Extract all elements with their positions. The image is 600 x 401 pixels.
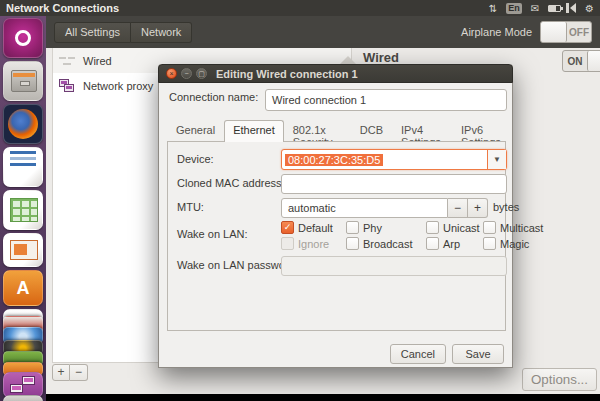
wired-network-icon [59, 55, 75, 67]
toggle-knob [587, 51, 600, 71]
device-value-selected: 08:00:27:3C:35:D5 [285, 154, 383, 166]
mtu-decrement-button[interactable]: − [448, 198, 468, 218]
minimize-icon[interactable]: − [181, 68, 192, 79]
toggle-state: OFF [567, 22, 591, 42]
network-traffic-icon[interactable]: ⇅ [489, 3, 497, 14]
checkbox-icon [483, 221, 496, 234]
connection-name-input[interactable]: Wired connection 1 [265, 89, 507, 111]
session-gear-icon[interactable]: ⚙ [585, 3, 594, 14]
all-settings-button[interactable]: All Settings [54, 22, 131, 43]
toggle-state: ON [563, 51, 587, 71]
add-connection-button[interactable]: + [52, 364, 70, 381]
battery-icon[interactable] [548, 5, 561, 12]
trash-icon[interactable] [3, 395, 43, 401]
volume-icon[interactable] [570, 3, 576, 13]
checkbox-broadcast[interactable]: Broadcast [346, 237, 413, 250]
options-button[interactable]: Options... [522, 368, 597, 391]
keyboard-layout-indicator[interactable]: En [506, 3, 522, 14]
tab-dcb[interactable]: DCB [351, 120, 392, 142]
file-drawer [11, 70, 37, 92]
maximize-icon[interactable]: ▢ [196, 68, 207, 79]
software-center-icon[interactable]: A [3, 270, 43, 306]
tab-ethernet[interactable]: Ethernet [224, 120, 284, 142]
libreoffice-writer-icon[interactable] [3, 147, 43, 187]
mtu-increment-button[interactable]: + [468, 198, 488, 218]
checkbox-icon [426, 237, 439, 250]
checkbox-icon [346, 237, 359, 250]
cancel-button[interactable]: Cancel [390, 344, 446, 364]
dialog-tabs: General Ethernet 802.1x Security DCB IPv… [167, 120, 512, 142]
list-toolbar: + − [52, 364, 88, 381]
checkbox-icon [426, 221, 439, 234]
mtu-spinbutton: automatic − + [281, 198, 488, 218]
dialog-titlebar[interactable]: × − ▢ Editing Wired connection 1 [158, 64, 513, 83]
checkbox-icon [346, 221, 359, 234]
window-toolbar: All Settings Network Airplane Mode OFF [46, 16, 600, 48]
checkbox-icon [483, 237, 496, 250]
checkbox-default[interactable]: ✓Default [281, 221, 333, 234]
network-button[interactable]: Network [131, 22, 192, 43]
proxy-icon [59, 79, 75, 93]
mtu-input[interactable]: automatic [281, 198, 448, 218]
tab-ipv6-settings[interactable]: IPv6 Settings [452, 120, 512, 142]
tab-8021x-security[interactable]: 802.1x Security [284, 120, 351, 142]
cloned-mac-label: Cloned MAC address: [177, 177, 285, 189]
connection-name-label: Connection name: [169, 91, 258, 103]
top-menubar: Network Connections ⇅ En ✉ ⚙ [0, 0, 600, 16]
checkbox-icon: ✓ [281, 221, 294, 234]
ubuntu-ring [15, 30, 31, 46]
airplane-mode-toggle[interactable]: OFF [540, 21, 592, 43]
airplane-mode-label: Airplane Mode [461, 26, 532, 38]
window-title: Network Connections [6, 2, 119, 14]
chevron-down-icon[interactable]: ▼ [487, 150, 506, 169]
desktop: Network Connections ⇅ En ✉ ⚙ A a [0, 0, 600, 401]
unity-launcher: A a [0, 16, 46, 401]
cloned-mac-input[interactable] [281, 174, 507, 194]
libreoffice-calc-icon[interactable] [3, 190, 43, 230]
tab-general[interactable]: General [167, 120, 224, 142]
breadcrumb: All Settings Network [54, 22, 192, 43]
checkbox-ignore[interactable]: Ignore [281, 237, 329, 250]
checkbox-icon [281, 237, 294, 250]
mtu-unit-label: bytes [493, 201, 519, 213]
tab-ipv4-settings[interactable]: IPv4 Settings [392, 120, 452, 142]
save-button[interactable]: Save [452, 344, 504, 364]
checkbox-unicast[interactable]: Unicast [426, 221, 480, 234]
wol-password-input[interactable] [281, 256, 507, 276]
edit-connection-dialog: × − ▢ Editing Wired connection 1 Connect… [158, 64, 513, 368]
wired-on-toggle[interactable]: ON [562, 50, 600, 72]
firefox-icon[interactable] [3, 104, 43, 144]
checkbox-magic[interactable]: Magic [483, 237, 529, 250]
wake-on-lan-label: Wake on LAN: [177, 228, 248, 240]
checkbox-arp[interactable]: Arp [426, 237, 460, 250]
close-icon[interactable]: × [166, 68, 177, 79]
remove-connection-button[interactable]: − [70, 364, 88, 381]
files-icon[interactable] [3, 61, 43, 101]
dialog-title: Editing Wired connection 1 [216, 68, 358, 80]
checkbox-multicast[interactable]: Multicast [483, 221, 543, 234]
libreoffice-impress-icon[interactable] [3, 233, 43, 267]
toggle-knob [541, 22, 567, 42]
mtu-label: MTU: [177, 201, 204, 213]
device-label: Device: [177, 153, 214, 165]
panel-title: Wired [363, 50, 399, 65]
ubuntu-logo-icon[interactable] [3, 18, 43, 58]
mail-icon[interactable]: ✉ [531, 3, 539, 14]
device-combobox[interactable]: 08:00:27:3C:35:D5 ▼ [281, 149, 507, 170]
wol-password-label: Wake on LAN password: [177, 259, 298, 271]
list-item-label: Wired [83, 55, 112, 67]
system-tray: ⇅ En ✉ ⚙ [489, 3, 594, 14]
list-item-label: Network proxy [83, 80, 153, 92]
checkbox-phy[interactable]: Phy [346, 221, 382, 234]
